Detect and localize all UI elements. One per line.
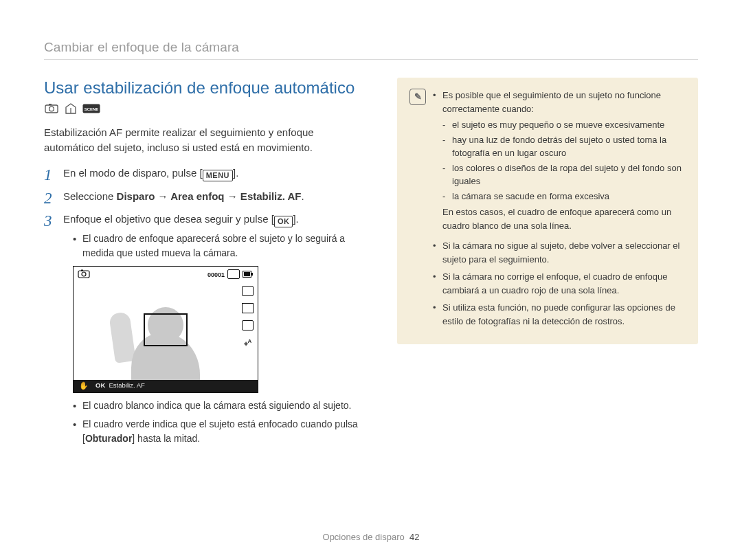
footer-page-number: 42 bbox=[409, 532, 419, 542]
camera-p-icon bbox=[44, 102, 59, 115]
note-1-lead: Es posible que el seguimiento de un suje… bbox=[442, 90, 661, 114]
intro-text: Estabilización AF permite realizar el se… bbox=[44, 125, 367, 155]
mode-icons-row: SCENE bbox=[44, 102, 367, 115]
page-footer: Opciones de disparo 42 bbox=[0, 532, 742, 542]
bullet3-post: ] hasta la mitad. bbox=[132, 433, 200, 444]
note-item-3: Si la cámara no corrige el enfoque, el c… bbox=[433, 270, 686, 297]
list-item: El cuadro blanco indica que la cámara es… bbox=[73, 399, 367, 413]
camera-mode-icon bbox=[78, 269, 90, 282]
ok-button-tag: OK bbox=[274, 216, 293, 227]
svg-text:SCENE: SCENE bbox=[85, 107, 99, 111]
two-column-layout: Usar estabilización de enfoque automátic… bbox=[44, 78, 698, 453]
step-3-bullets-after: El cuadro blanco indica que la cámara es… bbox=[63, 399, 367, 446]
left-column: Usar estabilización de enfoque automátic… bbox=[44, 78, 367, 453]
note-panel: ✎ Es posible que el seguimiento de un su… bbox=[397, 78, 698, 344]
flash-auto-icon: ⌖A bbox=[244, 337, 252, 350]
note-1-tail: En estos casos, el cuadro de enfoque apa… bbox=[442, 205, 686, 232]
svg-rect-10 bbox=[251, 273, 253, 276]
step-2-post: . bbox=[302, 190, 304, 202]
shutter-label: Obturador bbox=[85, 433, 132, 444]
mode-label: Estabiliz. AF bbox=[109, 381, 145, 389]
step-1-text-post: ]. bbox=[233, 167, 238, 179]
card-icon bbox=[227, 269, 240, 282]
manual-page: Cambiar el enfoque de la cámara Usar est… bbox=[0, 0, 742, 560]
breadcrumb: Cambiar el enfoque de la cámara bbox=[44, 40, 698, 60]
preview-bottom-bar: ✋ OK Estabiliz. AF bbox=[74, 380, 258, 392]
step-3-pre: Enfoque el objetivo que desea seguir y p… bbox=[63, 213, 274, 225]
list-item: hay una luz de fondo detrás del sujeto o… bbox=[442, 133, 686, 160]
step-2-pre: Seleccione bbox=[63, 190, 117, 202]
svg-rect-2 bbox=[49, 104, 52, 105]
ok-label: OK bbox=[95, 381, 105, 389]
list-item: el sujeto es muy pequeño o se mueve exce… bbox=[442, 118, 686, 132]
note-1-reasons: el sujeto es muy pequeño o se mueve exce… bbox=[442, 118, 686, 203]
svg-point-6 bbox=[82, 272, 86, 276]
footer-section: Opciones de disparo bbox=[323, 532, 405, 542]
focus-frame bbox=[144, 313, 188, 346]
note-item-4: Si utiliza esta función, no puede config… bbox=[433, 301, 686, 328]
preview-right-icons: ⌖A bbox=[242, 286, 254, 350]
step-3: 3 Enfoque el objetivo que desea seguir y… bbox=[44, 211, 367, 446]
metering-icon bbox=[242, 320, 254, 331]
note-body: Es posible que el seguimiento de un suje… bbox=[433, 89, 686, 332]
list-item: la cámara se sacude en forma excesiva bbox=[442, 190, 686, 203]
step-2: 2 Seleccione Disparo → Area enfoq → Esta… bbox=[44, 188, 367, 204]
section-title: Usar estabilización de enfoque automátic… bbox=[44, 78, 367, 98]
step-1-text-pre: En el modo de disparo, pulse [ bbox=[63, 167, 203, 179]
step-3-post: ]. bbox=[293, 213, 298, 225]
svg-rect-7 bbox=[81, 270, 83, 271]
preview-top-bar: 00001 bbox=[78, 269, 254, 282]
step-1: 1 En el modo de disparo, pulse [MENU]. bbox=[44, 165, 367, 181]
iso-icon bbox=[242, 303, 254, 313]
svg-rect-9 bbox=[244, 272, 250, 276]
quality-icon bbox=[242, 286, 254, 296]
step-2-path: Disparo → Area enfoq → Estabiliz. AF bbox=[117, 190, 302, 202]
dual-icon bbox=[63, 102, 78, 115]
step-number: 2 bbox=[44, 186, 52, 211]
note-icon: ✎ bbox=[409, 89, 426, 105]
list-item: El cuadro de enfoque aparecerá sobre el … bbox=[73, 232, 367, 260]
step-number: 3 bbox=[44, 209, 52, 234]
camera-preview: 00001 ⌖A bbox=[73, 266, 258, 393]
note-item-2: Si la cámara no sigue al sujeto, debe vo… bbox=[433, 239, 686, 266]
scene-icon: SCENE bbox=[82, 102, 100, 115]
svg-point-1 bbox=[49, 107, 54, 111]
menu-button-tag: MENU bbox=[203, 170, 233, 181]
battery-icon bbox=[243, 271, 254, 281]
note-item-1: Es posible que el seguimiento de un suje… bbox=[433, 89, 686, 232]
step-number: 1 bbox=[44, 163, 52, 188]
steps-list: 1 En el modo de disparo, pulse [MENU]. 2… bbox=[44, 165, 367, 446]
frame-counter: 00001 bbox=[207, 271, 225, 280]
right-column: ✎ Es posible que el seguimiento de un su… bbox=[397, 78, 698, 453]
list-item: El cuadro verde indica que el sujeto est… bbox=[73, 417, 367, 446]
list-item: los colores o diseños de la ropa del suj… bbox=[442, 161, 686, 188]
hand-shake-icon: ✋ bbox=[79, 380, 89, 392]
step-3-bullets: El cuadro de enfoque aparecerá sobre el … bbox=[63, 232, 367, 260]
